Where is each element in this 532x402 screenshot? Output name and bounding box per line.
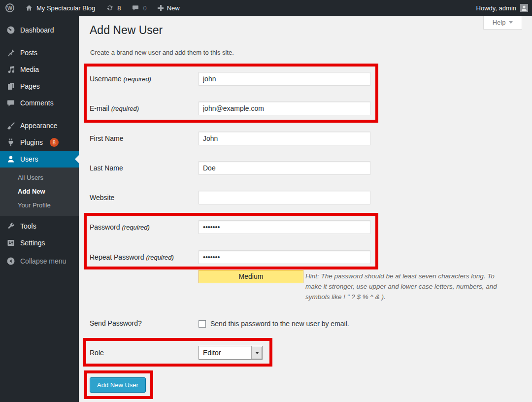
media-icon	[6, 65, 16, 74]
admin-sidebar: Dashboard Posts Media Pages Comments	[0, 16, 79, 402]
send-password-label: Send Password?	[90, 317, 196, 329]
dashboard-icon	[6, 25, 16, 35]
chevron-down-icon	[509, 21, 513, 26]
sidebar-item-posts[interactable]: Posts	[0, 44, 79, 61]
sidebar-label: Collapse menu	[20, 257, 66, 265]
users-icon	[6, 154, 16, 164]
sidebar-label: Dashboard	[20, 26, 54, 34]
submenu-item-your-profile[interactable]: Your Profile	[0, 199, 79, 212]
sidebar-label: Plugins	[20, 138, 43, 146]
comment-bubble-icon	[132, 4, 139, 12]
home-icon	[25, 4, 33, 12]
sidebar-item-media[interactable]: Media	[0, 61, 79, 78]
help-button[interactable]: Help	[483, 16, 522, 30]
settings-icon	[6, 238, 16, 248]
sidebar-label: Users	[20, 155, 38, 163]
sidebar-item-comments[interactable]: Comments	[0, 95, 79, 111]
page-title: Add New User	[90, 24, 163, 37]
users-submenu: All Users Add New Your Profile	[0, 168, 79, 216]
howdy-label: Howdy, admin	[476, 4, 516, 12]
avatar	[520, 4, 528, 12]
appearance-icon	[6, 121, 16, 131]
submenu-item-add-new[interactable]: Add New	[0, 185, 79, 199]
sidebar-item-dashboard[interactable]: Dashboard	[0, 22, 79, 38]
add-new-user-button[interactable]: Add New User	[90, 377, 146, 393]
password-input[interactable]	[199, 220, 370, 234]
help-label: Help	[493, 19, 506, 26]
required-note: (required)	[146, 254, 174, 261]
website-label: Website	[90, 191, 196, 204]
tools-icon	[6, 221, 16, 231]
comment-count: 0	[143, 4, 146, 12]
repeat-password-label: Repeat Password(required)	[90, 250, 196, 265]
password-label: Password(required)	[90, 220, 196, 234]
role-selected-value: Editor	[199, 346, 251, 359]
send-password-checkbox-label: Send this password to the new user by em…	[210, 320, 349, 328]
wordpress-logo-icon: W	[5, 3, 14, 12]
role-select[interactable]: Editor	[199, 346, 263, 360]
required-note: (required)	[124, 75, 151, 83]
new-content-menu[interactable]: New	[152, 0, 185, 16]
wordpress-menu[interactable]: W	[0, 0, 20, 16]
plugin-update-badge: 8	[50, 138, 59, 147]
last-name-input[interactable]	[199, 161, 370, 175]
first-name-label: First Name	[90, 132, 196, 145]
sidebar-label: Comments	[20, 99, 54, 107]
pin-icon	[6, 48, 16, 58]
sidebar-label: Tools	[20, 222, 36, 230]
last-name-label: Last Name	[90, 161, 196, 175]
updates-icon	[106, 4, 114, 12]
sidebar-label: Posts	[20, 49, 37, 57]
submenu-item-all-users[interactable]: All Users	[0, 171, 79, 185]
repeat-password-input[interactable]	[199, 250, 370, 264]
updates-link[interactable]: 8	[100, 0, 126, 16]
pages-icon	[6, 81, 16, 91]
sidebar-item-plugins[interactable]: Plugins 8	[0, 134, 79, 151]
sidebar-label: Pages	[20, 82, 40, 90]
username-input[interactable]	[199, 72, 370, 86]
collapse-icon	[6, 256, 16, 266]
sidebar-item-appearance[interactable]: Appearance	[0, 117, 79, 134]
plus-icon	[158, 5, 164, 11]
update-count: 8	[117, 4, 121, 12]
required-note: (required)	[122, 224, 149, 231]
sidebar-label: Media	[20, 66, 39, 73]
plugin-icon	[6, 137, 16, 147]
required-note: (required)	[111, 105, 139, 112]
my-account-menu[interactable]: Howdy, admin	[476, 0, 528, 16]
admin-bar: W My Spectacular Blog 8 0 New Howdy, adm…	[0, 0, 532, 16]
sidebar-item-settings[interactable]: Settings	[0, 234, 79, 251]
page-subtitle: Create a brand new user and add them to …	[90, 49, 234, 56]
email-input[interactable]	[199, 101, 370, 115]
first-name-input[interactable]	[199, 132, 370, 145]
sidebar-item-pages[interactable]: Pages	[0, 78, 79, 95]
select-dropdown-button[interactable]	[251, 346, 262, 359]
send-password-checkbox[interactable]	[199, 320, 206, 328]
username-label: Username(required)	[90, 72, 196, 86]
website-input[interactable]	[199, 191, 370, 204]
hint-spacer	[173, 271, 305, 294]
new-label: New	[167, 4, 180, 12]
sidebar-item-tools[interactable]: Tools	[0, 218, 79, 234]
sidebar-label: Settings	[20, 239, 45, 247]
sidebar-label: Appearance	[20, 122, 58, 130]
comments-link[interactable]: 0	[126, 0, 152, 16]
collapse-menu-button[interactable]: Collapse menu	[0, 253, 79, 269]
sidebar-item-users[interactable]: Users	[0, 151, 79, 168]
site-name-label: My Spectacular Blog	[36, 4, 95, 12]
password-hint: Hint: The password should be at least se…	[173, 271, 509, 302]
site-name-link[interactable]: My Spectacular Blog	[20, 0, 100, 16]
comment-icon	[6, 98, 16, 108]
role-label: Role	[90, 346, 196, 360]
email-label: E-mail(required)	[90, 101, 196, 116]
chevron-down-icon	[255, 352, 259, 356]
